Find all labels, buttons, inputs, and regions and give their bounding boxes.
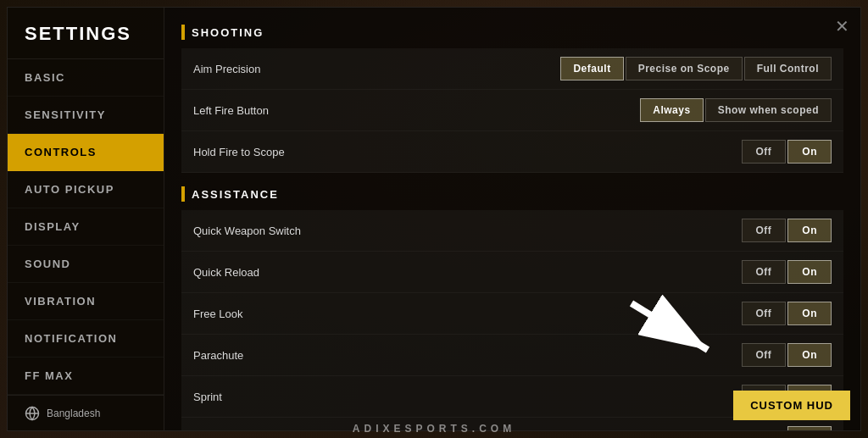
assistance-section-header: ASSISTANCE (181, 186, 843, 202)
parachute-toggle: Off On (742, 343, 832, 367)
parachute-off[interactable]: Off (742, 343, 787, 367)
left-fire-button-row: Left Fire Button Always Show when scoped (181, 90, 843, 131)
quick-weapon-switch-label: Quick Weapon Switch (193, 225, 301, 237)
left-fire-button-label: Left Fire Button (193, 104, 269, 117)
globe-icon (25, 406, 40, 421)
free-look-label: Free Look (193, 308, 243, 320)
hold-fire-label: Hold Fire to Scope (193, 146, 285, 158)
quick-reload-toggle: Off On (742, 260, 832, 284)
main-content: ✕ SHOOTING Aim Precision Default Precise… (164, 8, 860, 430)
hold-fire-on[interactable]: On (787, 140, 832, 164)
sidebar: SETTINGS BASIC SENSITIVITY CONTROLS AUTO… (8, 8, 164, 430)
quick-weapon-switch-off[interactable]: Off (742, 219, 787, 242)
parachute-row: Parachute Off On (181, 335, 843, 376)
quick-weapon-switch-row: Quick Weapon Switch Off On (181, 210, 843, 252)
free-look-on[interactable]: On (787, 302, 832, 325)
settings-title: SETTINGS (8, 8, 164, 59)
free-look-off[interactable]: Off (742, 302, 787, 325)
sidebar-item-sound[interactable]: SOUND (8, 246, 164, 283)
drive-on[interactable]: On (787, 426, 832, 430)
shooting-section-header: SHOOTING (181, 25, 843, 40)
aim-precision-controls: Default Precise on Scope Full Control (560, 57, 832, 80)
close-button[interactable]: ✕ (830, 14, 854, 38)
quick-reload-on[interactable]: On (787, 260, 832, 284)
aim-precision-full[interactable]: Full Control (744, 57, 832, 80)
parachute-label: Parachute (193, 349, 243, 362)
section-indicator (181, 25, 185, 40)
sidebar-item-notification[interactable]: NOTIFICATION (8, 320, 164, 358)
aim-precision-row: Aim Precision Default Precise on Scope F… (181, 48, 843, 90)
quick-weapon-switch-toggle: Off On (742, 219, 832, 242)
aim-precision-precise[interactable]: Precise on Scope (626, 57, 743, 80)
hold-fire-row: Hold Fire to Scope Off On (181, 131, 843, 173)
drive-toggle: On (787, 426, 832, 430)
free-look-row: Free Look Off On (181, 293, 843, 335)
left-fire-button-controls: Always Show when scoped (640, 98, 832, 122)
custom-hud-button[interactable]: CUSTOM HUD (733, 391, 850, 420)
settings-dialog: SETTINGS BASIC SENSITIVITY CONTROLS AUTO… (7, 7, 861, 431)
sidebar-item-controls[interactable]: CONTROLS (8, 134, 164, 171)
quick-reload-off[interactable]: Off (742, 260, 787, 284)
quick-weapon-switch-on[interactable]: On (787, 219, 832, 242)
aim-precision-label: Aim Precision (193, 63, 260, 75)
hold-fire-off[interactable]: Off (742, 140, 787, 164)
region-label: Bangladesh (47, 408, 100, 419)
aim-precision-default[interactable]: Default (560, 57, 623, 80)
assistance-indicator (181, 186, 185, 202)
assistance-section-title: ASSISTANCE (192, 188, 279, 201)
sidebar-item-basic[interactable]: BASIC (8, 59, 164, 97)
hold-fire-toggle: Off On (742, 140, 832, 164)
left-fire-always[interactable]: Always (640, 98, 703, 122)
quick-reload-row: Quick Reload Off On (181, 252, 843, 293)
free-look-toggle: Off On (742, 302, 832, 325)
region-selector[interactable]: Bangladesh (8, 395, 164, 431)
quick-reload-label: Quick Reload (193, 266, 259, 279)
sprint-label: Sprint (193, 391, 222, 403)
sidebar-item-ffmax[interactable]: FF MAX (8, 358, 164, 395)
watermark: ADIXESPORTS.COM (353, 423, 515, 435)
sidebar-item-display[interactable]: DISPLAY (8, 208, 164, 246)
left-fire-scoped[interactable]: Show when scoped (705, 98, 832, 122)
shooting-section: SHOOTING Aim Precision Default Precise o… (181, 25, 843, 173)
parachute-on[interactable]: On (787, 343, 832, 367)
sidebar-item-auto-pickup[interactable]: AUTO PICKUP (8, 171, 164, 208)
sidebar-item-vibration[interactable]: VIBRATION (8, 283, 164, 320)
sidebar-item-sensitivity[interactable]: SENSITIVITY (8, 97, 164, 134)
shooting-section-title: SHOOTING (192, 26, 264, 39)
